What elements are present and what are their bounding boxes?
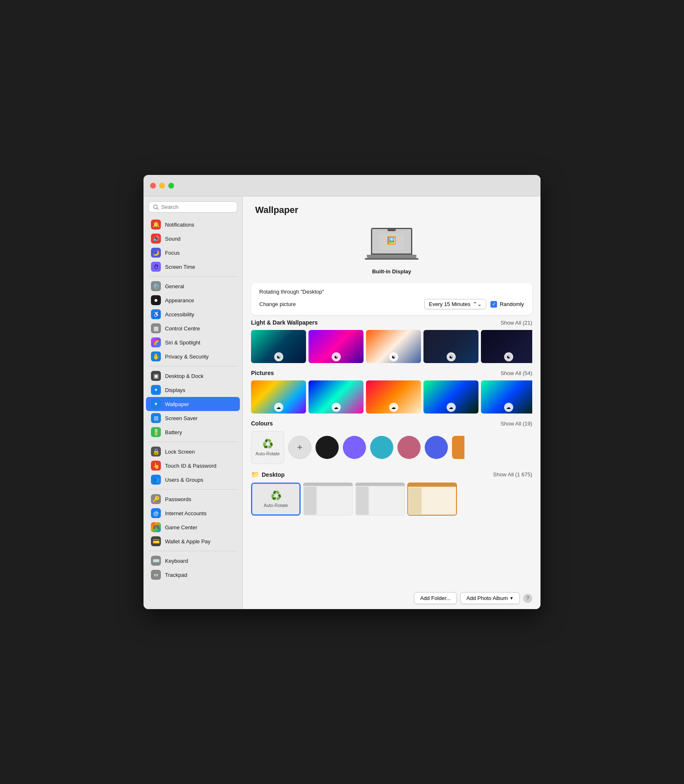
sidebar-item-wallpaper[interactable]: ✦ Wallpaper — [146, 397, 240, 411]
sidebar-item-siri[interactable]: 🌈 Siri & Spotlight — [146, 335, 240, 349]
light-dark-title: Light & Dark Wallpapers — [251, 319, 318, 326]
colour-swatch-black[interactable] — [316, 436, 339, 459]
light-dark-show-all[interactable]: Show All (21) — [500, 320, 532, 326]
sidebar-item-internet-accounts[interactable]: @ Internet Accounts — [146, 506, 240, 520]
sidebar-item-label: Internet Accounts — [165, 510, 206, 516]
sidebar-item-label: Battery — [165, 429, 182, 435]
appearance-icon: ● — [151, 295, 161, 305]
colour-auto-rotate[interactable]: ♻️ Auto-Rotate — [251, 431, 284, 464]
main-area — [369, 487, 404, 515]
colour-swatch-rose[interactable] — [397, 436, 421, 459]
users-groups-icon: 👥 — [151, 475, 161, 485]
sidebar-item-wallet[interactable]: 💳 Wallet & Apple Pay — [146, 534, 240, 548]
sidebar-item-passwords[interactable]: 🔑 Passwords — [146, 492, 240, 506]
sidebar-item-label: Passwords — [165, 496, 191, 502]
sidebar-item-notifications[interactable]: 🔔 Notifications — [146, 218, 240, 232]
desktop-thumb-screenshot-2[interactable] — [355, 483, 405, 516]
change-picture-row: Change picture Every 15 Minutes ⌃⌄ ✓ Ran… — [259, 299, 524, 309]
sidebar-item-keyboard[interactable]: ⌨️ Keyboard — [146, 554, 240, 568]
colours-show-all[interactable]: Show All (19) — [500, 421, 532, 427]
desktop-thumb-auto-rotate[interactable]: ♻️ Auto-Rotate — [251, 483, 301, 516]
sidebar-item-privacy[interactable]: ✋ Privacy & Security — [146, 349, 240, 363]
yin-yang-icon: ☯ — [332, 352, 341, 361]
randomly-label: Randomly — [500, 301, 524, 307]
help-button[interactable]: ? — [523, 594, 532, 603]
sidebar-item-trackpad[interactable]: ▭ Trackpad — [146, 568, 240, 582]
sidebar-item-game-center[interactable]: 🎮 Game Center — [146, 520, 240, 534]
add-folder-button[interactable]: Add Folder... — [414, 592, 457, 604]
desktop-title: Desktop — [262, 471, 285, 478]
privacy-icon: ✋ — [151, 351, 161, 361]
desktop-section: 📁 Desktop Show All (1 675) ♻️ Auto-Rotat… — [243, 471, 541, 522]
sidebar-item-displays[interactable]: ✦ Displays — [146, 383, 240, 397]
randomly-checkbox-label[interactable]: ✓ Randomly — [490, 301, 524, 308]
sidebar-item-accessibility[interactable]: ♿ Accessibility — [146, 307, 240, 321]
sidebar-item-screen-time[interactable]: ⏱ Screen Time — [146, 260, 240, 274]
desktop-show-all[interactable]: Show All (1 675) — [493, 471, 532, 478]
dropdown-arrow-icon: ▼ — [509, 596, 514, 600]
close-button[interactable] — [150, 183, 156, 189]
sidebar-item-label: Touch ID & Password — [165, 463, 216, 469]
bottom-bar: Add Folder... Add Photo Album ▼ ? — [243, 587, 541, 609]
wallpaper-thumb-3[interactable]: ☯ — [366, 330, 421, 363]
sidebar-item-general[interactable]: ⚙️ General — [146, 279, 240, 293]
yin-yang-icon: ☯ — [274, 352, 283, 361]
randomly-checkbox[interactable]: ✓ — [490, 301, 497, 308]
picture-thumb-4[interactable]: ☁ — [423, 380, 478, 414]
notifications-icon: 🔔 — [151, 220, 161, 229]
wallpaper-thumb-1[interactable]: ☯ — [251, 330, 306, 363]
sidebar-item-focus[interactable]: 🌙 Focus — [146, 246, 240, 260]
lock-screen-icon: 🔒 — [151, 447, 161, 457]
picture-thumb-5[interactable]: ☁ — [481, 380, 532, 414]
rotating-box: Rotating through "Desktop" Change pictur… — [251, 283, 532, 315]
sidebar-item-desktop-dock[interactable]: ▣ Desktop & Dock — [146, 369, 240, 383]
separator — [148, 276, 237, 277]
picture-thumb-3[interactable]: ☁ — [366, 380, 421, 414]
colour-swatch-indigo[interactable] — [425, 436, 448, 459]
sidebar-item-screen-saver[interactable]: ▧ Screen Saver — [146, 411, 240, 425]
desktop-header: 📁 Desktop Show All (1 675) — [251, 471, 532, 478]
maximize-button[interactable] — [168, 183, 174, 189]
desktop-thumb-screenshot-1[interactable] — [303, 483, 353, 516]
yin-yang-icon: ☯ — [389, 352, 398, 361]
change-picture-dropdown[interactable]: Every 15 Minutes ⌃⌄ — [424, 299, 486, 309]
display-preview: 🖼️ Built-in Display — [243, 220, 541, 279]
sidebar-item-battery[interactable]: 🔋 Battery — [146, 425, 240, 439]
sidebar-item-label: General — [165, 283, 184, 289]
wallpaper-thumb-2[interactable]: ☯ — [309, 330, 364, 363]
sidebar-area — [304, 487, 316, 515]
touch-id-icon: 👆 — [151, 461, 161, 471]
minimize-button[interactable] — [159, 183, 165, 189]
colour-swatch-orange-partial[interactable] — [452, 436, 464, 459]
search-bar[interactable] — [148, 201, 237, 213]
wallpaper-thumb-5[interactable]: ☯ — [481, 330, 532, 363]
content — [303, 486, 353, 516]
picture-thumb-2[interactable]: ☁ — [309, 380, 364, 414]
rotating-title: Rotating through "Desktop" — [259, 289, 524, 295]
screenshot-content — [355, 483, 405, 516]
colour-swatch-purple[interactable] — [343, 436, 366, 459]
sidebar-item-control-centre[interactable]: ▦ Control Centre — [146, 321, 240, 335]
general-icon: ⚙️ — [151, 281, 161, 291]
sidebar-item-touch-id[interactable]: 👆 Touch ID & Password — [146, 459, 240, 473]
sidebar-item-users-groups[interactable]: 👥 Users & Groups — [146, 473, 240, 487]
search-input[interactable] — [161, 204, 233, 210]
colour-add-button[interactable]: + — [288, 436, 311, 459]
sidebar-item-label: Appearance — [165, 297, 194, 304]
main-area — [317, 487, 352, 515]
add-photo-album-button[interactable]: Add Photo Album ▼ — [460, 592, 520, 604]
desktop-thumb-screenshot-3[interactable] — [407, 483, 457, 516]
plus-icon: + — [297, 442, 303, 453]
pictures-show-all[interactable]: Show All (54) — [500, 370, 532, 376]
pictures-header: Pictures Show All (54) — [251, 370, 532, 376]
colour-swatch-teal[interactable] — [370, 436, 393, 459]
sidebar-item-lock-screen[interactable]: 🔒 Lock Screen — [146, 445, 240, 459]
desktop-dock-icon: ▣ — [151, 371, 161, 381]
wallpaper-thumb-4[interactable]: ☯ — [423, 330, 478, 363]
sidebar-item-appearance[interactable]: ● Appearance — [146, 293, 240, 307]
sidebar-item-sound[interactable]: 🔊 Sound — [146, 232, 240, 246]
passwords-icon: 🔑 — [151, 494, 161, 504]
picture-thumb-1[interactable]: ☁ — [251, 380, 306, 414]
dropdown-value: Every 15 Minutes — [429, 301, 470, 307]
auto-rotate-label: Auto-Rotate — [256, 451, 280, 456]
